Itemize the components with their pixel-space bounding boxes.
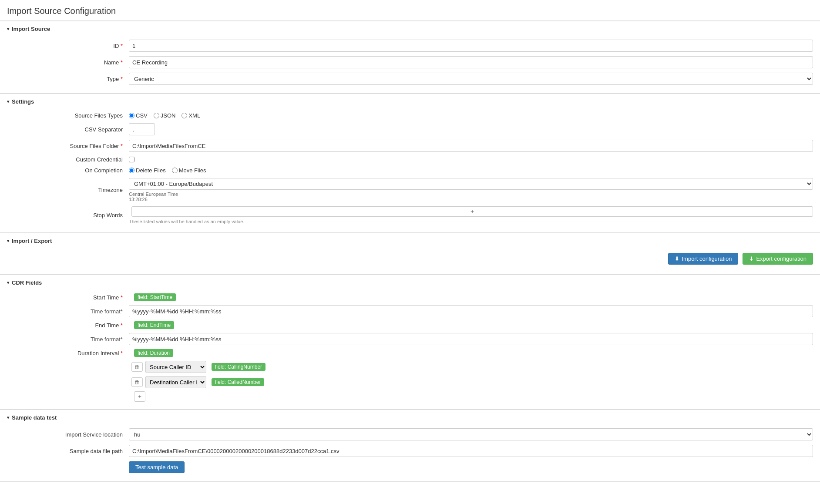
end-time-badge: field: EndTime <box>134 321 174 329</box>
json-radio[interactable] <box>154 113 159 118</box>
sample-data-test-section: ▾ Sample data test Import Service locati… <box>0 410 820 482</box>
start-time-format-input[interactable] <box>129 305 813 317</box>
end-time-format-input[interactable] <box>129 333 813 345</box>
import-export-buttons: ⬇ Import configuration ⬇ Export configur… <box>0 249 820 269</box>
timezone-row: Timezone GMT+01:00 - Europe/Budapest GMT… <box>0 177 820 203</box>
import-source-section: ▾ Import Source ID * Name * Type * Gener… <box>0 21 820 94</box>
add-stop-word-button[interactable]: + <box>131 206 813 217</box>
csv-radio-label[interactable]: CSV <box>129 112 148 119</box>
duration-interval-label: Duration Interval * <box>7 350 129 356</box>
source-files-types-label: Source Files Types <box>7 112 129 119</box>
settings-chevron-icon: ▾ <box>7 99 9 104</box>
import-configuration-button[interactable]: ⬇ Import configuration <box>668 253 738 265</box>
source-files-folder-label: Source Files Folder * <box>7 143 129 149</box>
end-time-row: End Time * field: EndTime <box>0 320 820 330</box>
export-config-label: Export configuration <box>756 255 807 262</box>
settings-header[interactable]: ▾ Settings <box>0 94 820 109</box>
stop-words-row: Stop Words + These listed values will be… <box>0 205 820 225</box>
name-input[interactable] <box>129 56 813 68</box>
source-caller-select[interactable]: Source Caller ID Destination Caller ID R… <box>145 361 206 373</box>
type-label: Type * <box>7 76 129 82</box>
destination-caller-row: 🗑 Source Caller ID Destination Caller ID… <box>0 375 820 389</box>
move-files-radio-label[interactable]: Move Files <box>172 167 206 174</box>
settings-section: ▾ Settings Source Files Types CSV JSON X… <box>0 94 820 233</box>
name-required: * <box>121 59 123 66</box>
delete-files-radio[interactable] <box>129 168 134 173</box>
source-caller-row: 🗑 Source Caller ID Destination Caller ID… <box>0 360 820 374</box>
import-service-location-select[interactable]: hu en de <box>129 428 813 440</box>
name-label: Name * <box>7 59 129 66</box>
on-completion-group: Delete Files Move Files <box>129 167 813 174</box>
csv-separator-input[interactable] <box>129 123 155 135</box>
source-files-folder-row: Source Files Folder * <box>0 138 820 153</box>
sample-data-file-path-label: Sample data file path <box>7 448 129 454</box>
custom-credential-checkbox[interactable] <box>129 157 134 162</box>
add-caller-row: + <box>0 390 820 403</box>
start-time-row: Start Time * field: StartTime <box>0 292 820 302</box>
xml-label: XML <box>188 112 200 119</box>
type-select[interactable]: Generic Avaya Cisco <box>129 73 813 85</box>
destination-caller-badge: field: CalledNumber <box>212 378 264 386</box>
import-export-header[interactable]: ▾ Import / Export <box>0 233 820 249</box>
delete-files-radio-label[interactable]: Delete Files <box>129 167 166 174</box>
timezone-name: Central European Time <box>129 192 178 197</box>
import-source-header[interactable]: ▾ Import Source <box>0 21 820 37</box>
json-label: JSON <box>161 112 176 119</box>
xml-radio[interactable] <box>181 113 187 118</box>
import-export-section: ▾ Import / Export ⬇ Import configuration… <box>0 233 820 275</box>
timezone-time: 13:28:26 <box>129 197 148 202</box>
move-files-label: Move Files <box>179 167 206 174</box>
destination-caller-select[interactable]: Source Caller ID Destination Caller ID R… <box>145 376 206 388</box>
import-down-icon: ⬇ <box>675 255 679 262</box>
chevron-down-icon: ▾ <box>7 27 9 31</box>
start-time-required: * <box>121 294 123 301</box>
sample-data-test-section-label: Sample data test <box>12 414 57 421</box>
settings-section-label: Settings <box>12 98 34 105</box>
sample-data-file-path-row: Sample data file path <box>0 444 820 458</box>
start-time-format-label: Time format* <box>7 308 129 315</box>
timezone-label: Timezone <box>7 187 129 193</box>
csv-separator-label: CSV Separator <box>7 126 129 133</box>
end-time-required: * <box>121 322 123 329</box>
duration-required: * <box>121 350 123 356</box>
on-completion-label: On Completion <box>7 167 129 174</box>
move-files-radio[interactable] <box>172 168 178 173</box>
start-time-label: Start Time * <box>7 294 129 301</box>
duration-interval-row: Duration Interval * field: Duration <box>0 348 820 358</box>
sample-data-chevron-icon: ▾ <box>7 415 9 420</box>
add-caller-button[interactable]: + <box>134 391 145 402</box>
import-service-location-row: Import Service location hu en de <box>0 427 820 442</box>
import-export-chevron-icon: ▾ <box>7 239 9 243</box>
custom-credential-label: Custom Credential <box>7 156 129 163</box>
sample-data-test-header[interactable]: ▾ Sample data test <box>0 410 820 425</box>
delete-files-label: Delete Files <box>136 167 166 174</box>
csv-label: CSV <box>136 112 148 119</box>
cdr-fields-header[interactable]: ▾ CDR Fields <box>0 275 820 290</box>
end-time-format-row: Time format* <box>0 332 820 346</box>
delete-source-caller-icon: 🗑 <box>134 364 140 370</box>
cdr-chevron-icon: ▾ <box>7 280 9 285</box>
name-row: Name * <box>0 55 820 70</box>
timezone-info: Central European Time 13:28:26 <box>129 192 813 202</box>
xml-radio-label[interactable]: XML <box>181 112 200 119</box>
on-completion-row: On Completion Delete Files Move Files <box>0 166 820 175</box>
duration-badge: field: Duration <box>134 349 173 357</box>
type-row: Type * Generic Avaya Cisco <box>0 71 820 86</box>
delete-source-caller-button[interactable]: 🗑 <box>131 362 143 372</box>
csv-radio[interactable] <box>129 113 134 118</box>
source-files-folder-input[interactable] <box>129 140 813 152</box>
test-sample-data-button[interactable]: Test sample data <box>129 461 185 473</box>
timezone-select[interactable]: GMT+01:00 - Europe/Budapest GMT+00:00 - … <box>129 178 813 190</box>
id-row: ID * <box>0 38 820 53</box>
cdr-fields-section: ▾ CDR Fields Start Time * field: StartTi… <box>0 275 820 410</box>
source-files-types-row: Source Files Types CSV JSON XML <box>0 111 820 120</box>
import-export-section-label: Import / Export <box>12 238 52 244</box>
delete-destination-caller-icon: 🗑 <box>134 379 140 385</box>
type-required: * <box>121 76 123 82</box>
sample-data-file-path-input[interactable] <box>129 445 813 457</box>
export-configuration-button[interactable]: ⬇ Export configuration <box>743 253 813 265</box>
json-radio-label[interactable]: JSON <box>154 112 176 119</box>
id-input[interactable] <box>129 40 813 52</box>
cdr-fields-section-label: CDR Fields <box>12 279 42 286</box>
delete-destination-caller-button[interactable]: 🗑 <box>131 377 143 387</box>
